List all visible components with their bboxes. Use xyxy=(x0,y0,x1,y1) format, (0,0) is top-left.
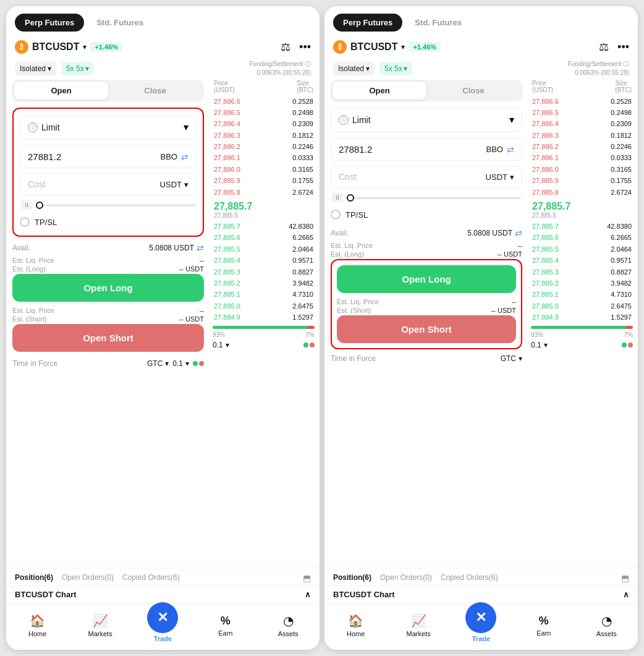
ob-ask-8: 27,885.90.1755 xyxy=(213,176,315,187)
slider-thumb-1[interactable] xyxy=(36,202,43,209)
liq-long-label-1: Est. Liq. Price xyxy=(12,257,54,264)
app-wrapper: Perp Futures Std. Futures ₿ BTCUSDT ▾ +1… xyxy=(0,0,644,656)
trade-btn-1[interactable]: ✕ xyxy=(147,602,178,633)
leverage-btn-1[interactable]: 5x 5x ▾ xyxy=(61,62,94,75)
nav-markets-1[interactable]: 📈 Markets xyxy=(82,613,119,637)
leverage-btn-2[interactable]: 5x 5x ▾ xyxy=(379,62,412,75)
slider-row-1: ⏸ xyxy=(20,200,197,210)
isolated-btn-1[interactable]: Isolated ▾ xyxy=(15,62,56,75)
nav-home-2[interactable]: 🏠 Home xyxy=(337,613,375,637)
tpsl-toggle-1[interactable] xyxy=(20,217,30,227)
limit-chevron-2: ▾ xyxy=(509,114,514,126)
std-futures-tab-1[interactable]: Std. Futures xyxy=(87,14,153,32)
color-dots-1 xyxy=(193,361,204,366)
tif-chevron-2: ▾ xyxy=(519,354,522,363)
ob-ask-9: 27,885.82.6724 xyxy=(213,187,315,198)
est-long-row-1: Est. (Long) -- USDT xyxy=(12,265,204,273)
more-icon-2[interactable]: ••• xyxy=(617,41,629,54)
cost-input-2[interactable]: Cost USDT ▾ xyxy=(331,166,522,188)
tif-value-1: GTC xyxy=(147,359,163,368)
nav-markets-2[interactable]: 📈 Markets xyxy=(400,613,437,637)
avail-arrow-1: ⇄ xyxy=(197,243,204,253)
qty-select-1[interactable]: 0.1 ▾ xyxy=(172,359,189,368)
close-tab-2[interactable]: Close xyxy=(426,82,520,100)
close-tab-1[interactable]: Close xyxy=(108,82,202,100)
nav-assets-1[interactable]: ◔ Assets xyxy=(269,613,307,637)
price-input-1[interactable]: 27881.2 BBO ⇄ xyxy=(20,145,197,168)
bid-price-9: 27,884.9 xyxy=(214,313,240,322)
ob-qty-2[interactable]: 0.1 ▾ xyxy=(531,341,548,349)
copy-icon-2[interactable]: ⬒ xyxy=(621,573,629,583)
pair-chevron-1[interactable]: ▾ xyxy=(83,43,87,51)
earn-icon-2: % xyxy=(539,615,549,628)
pos-tab-open-2[interactable]: Open Orders(0) xyxy=(380,573,432,583)
open-long-btn-1[interactable]: Open Long xyxy=(12,274,204,302)
main-content-1: Open Close ⓘ Limit ▾ xyxy=(6,80,320,568)
header-2: ₿ BTCUSDT ▾ +1.46% ⚖ ••• xyxy=(324,36,638,58)
ob-price-header-2: Price(USDT) xyxy=(532,80,553,93)
usdt-chevron-2: ▾ xyxy=(510,173,514,182)
ob-price-header-1: Price(USDT) xyxy=(214,80,235,93)
tpsl-label-2: TP/SL xyxy=(345,210,368,219)
ob-mid-sub-1: 27,885.5 xyxy=(214,212,313,219)
nav-earn-1[interactable]: % Earn xyxy=(207,615,244,637)
perp-futures-tab-1[interactable]: Perp Futures xyxy=(15,14,84,32)
chart-icon-1[interactable]: ⚖ xyxy=(281,40,290,54)
earn-icon-1: % xyxy=(221,615,231,628)
std-futures-tab-2[interactable]: Std. Futures xyxy=(405,14,472,32)
ob-qty-1[interactable]: 0.1 ▾ xyxy=(213,341,229,349)
pos-tab-copied-2[interactable]: Copied Orders(6) xyxy=(441,573,498,583)
more-icon-1[interactable]: ••• xyxy=(299,41,311,54)
tif-select-2[interactable]: GTC ▾ xyxy=(501,354,522,363)
chart-chevron-1[interactable]: ∧ xyxy=(305,590,311,599)
pair-chevron-2[interactable]: ▾ xyxy=(401,43,405,51)
bid-price-3: 27,885.5 xyxy=(214,245,240,254)
slider-track-1[interactable] xyxy=(36,204,195,207)
usdt-select-1[interactable]: USDT ▾ xyxy=(160,180,189,189)
chart-chevron-2[interactable]: ∧ xyxy=(623,590,629,599)
open-tab-1[interactable]: Open xyxy=(14,82,108,100)
pos-tab-copied-1[interactable]: Copied Orders(6) xyxy=(122,573,180,583)
pos-tab-position-2[interactable]: Position(6) xyxy=(333,573,371,583)
usdt-select-2[interactable]: USDT ▾ xyxy=(486,173,514,182)
chart-icon-2[interactable]: ⚖ xyxy=(599,40,609,54)
ob-ask-7: 27,886.00.3165 xyxy=(213,164,315,175)
ob-bid2-7: 27,885.14.7310 xyxy=(531,289,633,300)
ob-ask2-6: 27,886.10.0333 xyxy=(531,153,633,164)
price-input-2[interactable]: 27881.2 BBO ⇄ xyxy=(331,138,522,161)
pos-labels-1: 93% 7% xyxy=(213,331,315,338)
open-short-btn-1[interactable]: Open Short xyxy=(12,324,204,352)
qty-chevron-1: ▾ xyxy=(185,359,189,368)
est-short-label-1: Est. (Short) xyxy=(12,315,47,323)
nav-earn-2[interactable]: % Earn xyxy=(525,615,562,637)
assets-icon-1: ◔ xyxy=(283,613,294,628)
trade-btn-2[interactable]: ✕ xyxy=(465,602,496,633)
slider-track-2[interactable] xyxy=(347,197,521,199)
liq-short-label-2: Est. Liq. Price xyxy=(337,298,379,305)
ob-bid-9: 27,884.91.5297 xyxy=(213,312,315,323)
nav-trade-1[interactable]: ✕ Trade xyxy=(144,608,181,642)
nav-trade-2[interactable]: ✕ Trade xyxy=(462,608,499,642)
tpsl-toggle-2[interactable] xyxy=(331,210,341,219)
pos-tab-position-1[interactable]: Position(6) xyxy=(15,573,53,583)
ob-dot-green-2 xyxy=(622,343,627,347)
chart-label-2: BTCUSDT Chart xyxy=(333,590,395,599)
pos-tab-open-1[interactable]: Open Orders(0) xyxy=(62,573,114,583)
nav-home-1[interactable]: 🏠 Home xyxy=(19,613,56,637)
chart-row-1: BTCUSDT Chart ∧ xyxy=(6,586,320,603)
copy-icon-1[interactable]: ⬒ xyxy=(303,573,311,583)
isolated-btn-2[interactable]: Isolated ▾ xyxy=(333,62,375,75)
cost-input-1[interactable]: Cost USDT ▾ xyxy=(20,173,197,195)
open-tab-2[interactable]: Open xyxy=(333,82,426,100)
est-long-row-2: Est. (Long) -- USDT xyxy=(331,250,522,258)
ob-size-header-2: Size(BTC) xyxy=(615,80,632,93)
positions-tabs-1: Position(6) Open Orders(0) Copied Orders… xyxy=(6,568,320,586)
open-short-btn-2[interactable]: Open Short xyxy=(337,315,516,343)
limit-select-1[interactable]: ⓘ Limit ▾ xyxy=(20,115,197,139)
limit-select-2[interactable]: ⓘ Limit ▾ xyxy=(331,108,522,132)
open-long-btn-2[interactable]: Open Long xyxy=(337,265,516,293)
tif-select-1[interactable]: GTC ▾ xyxy=(147,359,169,368)
perp-futures-tab-2[interactable]: Perp Futures xyxy=(333,14,402,32)
slider-thumb-2[interactable] xyxy=(347,194,354,202)
nav-assets-2[interactable]: ◔ Assets xyxy=(588,613,625,637)
